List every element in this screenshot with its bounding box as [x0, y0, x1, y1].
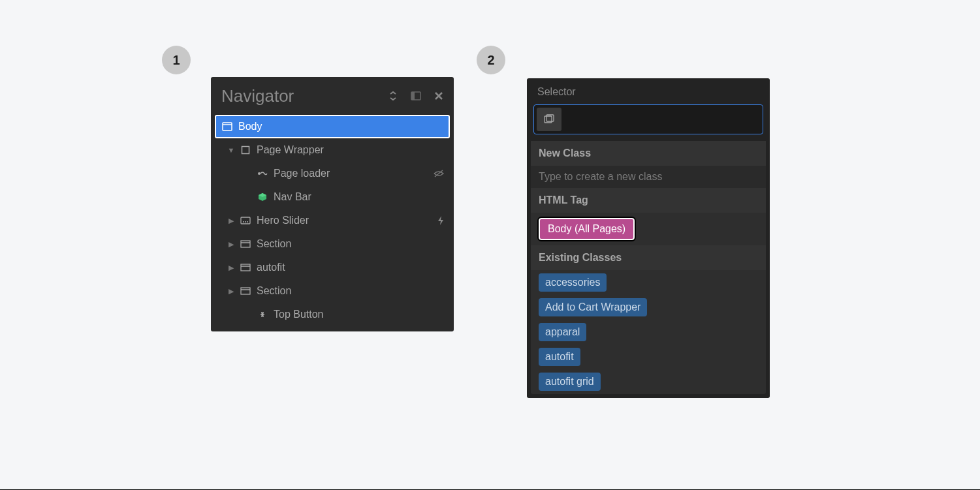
tree-item-hero-slider[interactable]: ▶ Hero Slider: [215, 209, 450, 232]
tree-item-nav-bar[interactable]: Nav Bar: [215, 185, 450, 209]
class-row[interactable]: autofit grid: [531, 369, 766, 394]
step-number: 1: [172, 53, 180, 68]
tree-item-label: Nav Bar: [274, 191, 445, 203]
bolt-icon: [437, 215, 445, 226]
caret-right-icon[interactable]: ▶: [228, 240, 234, 249]
interaction-icon: [257, 170, 268, 177]
html-tag-row[interactable]: Body (All Pages): [531, 213, 766, 245]
selector-panel: Selector New Class Type to create a new …: [527, 78, 770, 398]
class-row[interactable]: Add to Cart Wrapper: [531, 295, 766, 320]
link-icon: [257, 310, 268, 319]
tree-item-label: Hero Slider: [257, 215, 432, 226]
tree-item-page-loader[interactable]: Page loader: [215, 162, 450, 185]
svg-rect-2: [223, 123, 232, 130]
hidden-icon[interactable]: [433, 169, 445, 178]
tree-item-label: autofit: [257, 262, 445, 273]
close-icon[interactable]: [434, 91, 443, 100]
tree-item-page-wrapper[interactable]: ▼ Page Wrapper: [215, 138, 450, 162]
class-pill[interactable]: autofit: [539, 348, 580, 366]
new-class-hint: Type to create a new class: [531, 166, 766, 188]
tree-item-label: Body: [238, 121, 443, 132]
slider-icon: [240, 217, 251, 224]
svg-rect-4: [242, 147, 249, 154]
tree-item-label: Section: [257, 285, 445, 297]
svg-point-5: [258, 172, 261, 175]
svg-rect-11: [241, 241, 250, 247]
svg-rect-15: [241, 288, 250, 294]
svg-point-8: [243, 221, 244, 222]
svg-point-9: [245, 221, 246, 222]
tree-item-label: Section: [257, 238, 445, 250]
new-class-header: New Class: [531, 141, 766, 166]
class-row[interactable]: apparal: [531, 320, 766, 345]
class-row[interactable]: autofit: [531, 345, 766, 369]
collapse-icon[interactable]: [388, 91, 398, 100]
caret-right-icon[interactable]: ▶: [228, 287, 234, 296]
window-icon: [221, 122, 233, 131]
caret-right-icon[interactable]: ▶: [228, 264, 234, 272]
class-row[interactable]: accessories: [531, 270, 766, 295]
tree-item-label: Page loader: [274, 168, 428, 179]
navigator-header-actions: [388, 91, 443, 100]
class-pill[interactable]: accessories: [539, 273, 607, 292]
svg-rect-1: [411, 92, 415, 100]
navigator-header: Navigator: [211, 77, 454, 115]
square-icon: [240, 145, 251, 155]
step-badge-1: 1: [162, 46, 191, 74]
tree-item-autofit[interactable]: ▶ autofit: [215, 256, 450, 279]
panel-icon[interactable]: [411, 91, 421, 100]
svg-rect-13: [241, 264, 250, 271]
navigator-panel: Navigator Body ▼ Page Wrapper: [211, 77, 454, 331]
selector-prefix-icon[interactable]: [537, 108, 561, 131]
caret-right-icon[interactable]: ▶: [228, 217, 234, 225]
navigator-title: Navigator: [221, 86, 388, 106]
existing-classes-header: Existing Classes: [531, 245, 766, 270]
navigator-tree: Body ▼ Page Wrapper Page loader Nav B: [211, 115, 454, 331]
section-icon: [240, 264, 251, 271]
svg-point-10: [247, 221, 248, 222]
tree-item-label: Page Wrapper: [257, 144, 445, 156]
cube-icon: [257, 192, 268, 202]
tree-item-section-2[interactable]: ▶ Section: [215, 279, 450, 303]
tree-item-top-button[interactable]: Top Button: [215, 303, 450, 326]
step-number: 2: [487, 53, 494, 68]
tree-item-body[interactable]: Body: [215, 115, 450, 138]
class-pill[interactable]: Add to Cart Wrapper: [539, 298, 647, 316]
svg-rect-7: [241, 217, 250, 224]
html-tag-pill[interactable]: Body (All Pages): [539, 218, 635, 240]
class-pill[interactable]: apparal: [539, 323, 586, 341]
existing-classes-list: accessories Add to Cart Wrapper apparal …: [531, 270, 766, 394]
selector-input[interactable]: [561, 114, 760, 125]
caret-down-icon[interactable]: ▼: [228, 146, 234, 154]
class-pill[interactable]: autofit grid: [539, 373, 601, 391]
tree-item-section[interactable]: ▶ Section: [215, 232, 450, 256]
section-icon: [240, 287, 251, 295]
html-tag-header: HTML Tag: [531, 188, 766, 213]
selector-dropdown: New Class Type to create a new class HTM…: [531, 141, 766, 394]
selector-label: Selector: [527, 86, 770, 104]
step-badge-2: 2: [477, 46, 505, 74]
section-icon: [240, 240, 251, 248]
tree-item-label: Top Button: [274, 309, 445, 320]
selector-input-wrapper[interactable]: [533, 104, 763, 134]
